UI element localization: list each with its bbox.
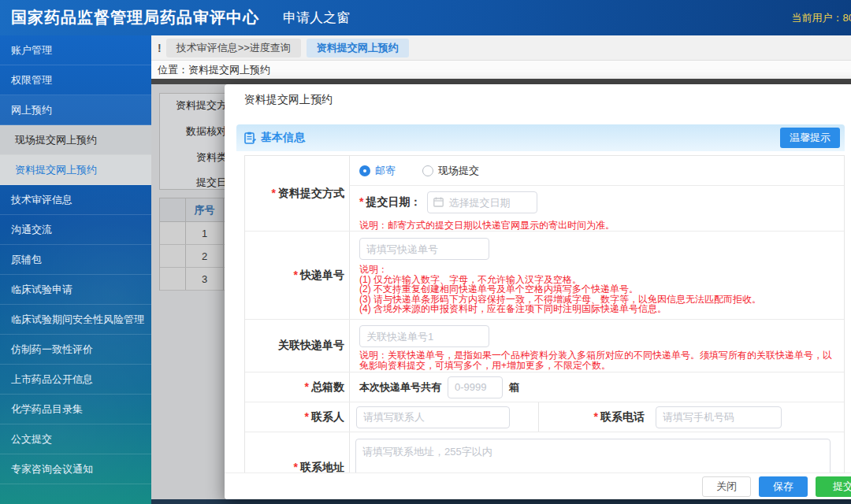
portal-link[interactable]: 申请人之窗 — [283, 9, 350, 27]
sidebar-item-2[interactable]: 网上预约 — [0, 95, 151, 125]
submit-button[interactable]: 提交 — [816, 476, 851, 497]
tracking-note-line-3: (4) 含境外来源的申报资料时，应在备注项下同时注明国际快递单号信息。 — [359, 304, 844, 314]
background-filter-label-0: 资料提交方 — [160, 98, 227, 113]
background-filter-label-2: 资料类 — [160, 150, 227, 165]
address-textarea[interactable] — [355, 439, 831, 472]
background-row-checkbox-cell — [160, 222, 186, 244]
breadcrumb: 位置：资料提交网上预约 — [151, 61, 851, 79]
sidebar-item-6[interactable]: 沟通交流 — [0, 215, 151, 245]
tab-bar: ! 技术审评信息>>进度查询 资料提交网上预约 — [151, 35, 851, 61]
submit-date-input[interactable] — [427, 191, 537, 213]
related-tracking-input[interactable] — [359, 325, 489, 347]
sidebar-item-13[interactable]: 公文提交 — [0, 424, 151, 454]
row-submission-method: 资料提交方式 邮寄 现场提交 提交日期： — [245, 156, 844, 232]
total-boxes-input[interactable] — [448, 376, 503, 398]
sidebar-item-14[interactable]: 专家咨询会议通知 — [0, 454, 151, 484]
radio-selected-icon — [359, 165, 370, 176]
sidebar-item-7[interactable]: 原辅包 — [0, 245, 151, 275]
background-footer-strip — [151, 499, 851, 504]
radio-mail[interactable]: 邮寄 — [359, 164, 396, 178]
sidebar-item-1[interactable]: 权限管理 — [0, 65, 151, 95]
sidebar-item-12[interactable]: 化学药品目录集 — [0, 395, 151, 424]
sidebar-item-11[interactable]: 上市药品公开信息 — [0, 365, 151, 395]
address-label: 联系地址 — [294, 461, 344, 472]
row-total-boxes: 总箱数 本次快递单号共有 箱 — [245, 372, 844, 402]
row-related-tracking: 关联快递单号 说明：关联快递单号，是指如果一个品种资料分装入多箱所对应的不同快递… — [245, 320, 844, 372]
contact-phone-label: 联系电话 — [594, 410, 645, 424]
sidebar-menu: 账户管理权限管理网上预约现场提交网上预约资料提交网上预约技术审评信息沟通交流原辅… — [0, 35, 151, 504]
warm-tip-button[interactable]: 温馨提示 — [780, 128, 840, 148]
row-contact: 联系人 联系电话 — [245, 402, 844, 432]
sidebar-item-10[interactable]: 仿制药一致性评价 — [0, 335, 151, 365]
tracking-note-line-1: (2) 不支持重复创建相同快递单号及单个空格内填写多个快递单号。 — [359, 284, 844, 295]
tab-material-reservation[interactable]: 资料提交网上预约 — [307, 39, 409, 57]
notes-title: 说明： — [359, 265, 844, 275]
background-row-checkbox-cell — [160, 268, 186, 290]
material-reservation-dialog: 资料提交网上预约 基本信息 温馨提示 资料提交方式 邮 — [225, 84, 851, 499]
radio-onsite[interactable]: 现场提交 — [422, 164, 479, 178]
dialog-title: 资料提交网上预约 — [244, 93, 333, 107]
calendar-icon — [433, 197, 444, 207]
sidebar-item-5[interactable]: 技术审评信息 — [0, 185, 151, 215]
dialog-footer: 关闭 保存 提交 — [225, 472, 851, 499]
background-checkbox-column — [160, 198, 186, 221]
current-user-label: 当前用户：80 — [792, 0, 851, 35]
screen: 国家药品监督管理局药品审评中心 申请人之窗 当前用户：80 账户管理权限管理网上… — [0, 0, 851, 504]
reservation-form: 资料提交方式 邮寄 现场提交 提交日期： — [244, 155, 845, 472]
row-tracking-number: 快递单号 说明： (1) 仅允许输入数字、字母，不允许输入汉字及空格。(2) 不… — [245, 232, 844, 320]
radio-onsite-label: 现场提交 — [438, 164, 479, 178]
background-seq-header: 序号 — [186, 198, 224, 221]
total-boxes-suffix: 箱 — [509, 380, 519, 395]
tracking-number-input[interactable] — [359, 238, 489, 260]
contact-name-label: 联系人 — [305, 410, 344, 424]
background-filter-label-1: 数据核对 — [160, 124, 227, 139]
sidebar-item-8[interactable]: 临床试验申请 — [0, 275, 151, 305]
related-tracking-label: 关联快递单号 — [278, 339, 344, 353]
save-button[interactable]: 保存 — [759, 476, 808, 497]
tab-progress-query[interactable]: 技术审评信息>>进度查询 — [166, 39, 301, 57]
section-title: 基本信息 — [261, 131, 305, 145]
background-row-seq-cell: 2 — [186, 245, 224, 267]
related-tracking-note: 说明：关联快递单号，是指如果一个品种资料分装入多箱所对应的不同快递单号。须填写所… — [350, 350, 844, 371]
row-address: 联系地址 — [245, 432, 844, 472]
clipboard-edit-icon — [244, 132, 256, 144]
total-boxes-label: 总箱数 — [305, 380, 344, 395]
radio-mail-label: 邮寄 — [375, 164, 396, 178]
submit-date-note: 说明：邮寄方式的提交日期以快递官网显示的寄出时间为准。 — [350, 219, 844, 231]
background-row-seq-cell: 1 — [186, 222, 224, 244]
submit-date-label: 提交日期： — [359, 195, 421, 209]
close-button[interactable]: 关闭 — [702, 476, 751, 497]
app-title: 国家药品监督管理局药品审评中心 — [11, 7, 259, 28]
radio-unselected-icon — [422, 165, 433, 176]
basic-info-section-bar: 基本信息 温馨提示 — [236, 124, 845, 151]
app-header: 国家药品监督管理局药品审评中心 申请人之窗 当前用户：80 — [0, 0, 851, 35]
sidebar-item-9[interactable]: 临床试验期间安全性风险管理 — [0, 305, 151, 335]
sidebar-item-3[interactable]: 现场提交网上预约 — [0, 125, 151, 155]
background-row-checkbox-cell — [160, 245, 186, 267]
sidebar-item-4[interactable]: 资料提交网上预约 — [0, 155, 151, 185]
tracking-number-label: 快递单号 — [294, 269, 344, 283]
sidebar-item-0[interactable]: 账户管理 — [0, 35, 151, 65]
background-filter-label-3: 提交日 — [160, 175, 227, 191]
contact-phone-input[interactable] — [656, 406, 782, 428]
submission-method-label: 资料提交方式 — [272, 187, 344, 201]
total-boxes-prefix: 本次快递单号共有 — [359, 380, 441, 395]
background-row-seq-cell: 3 — [186, 268, 224, 290]
tab-collapse-marker[interactable]: ! — [158, 42, 162, 54]
contact-name-input[interactable] — [356, 406, 510, 428]
tracking-number-notes: 说明： (1) 仅允许输入数字、字母，不允许输入汉字及空格。(2) 不支持重复创… — [350, 265, 844, 314]
